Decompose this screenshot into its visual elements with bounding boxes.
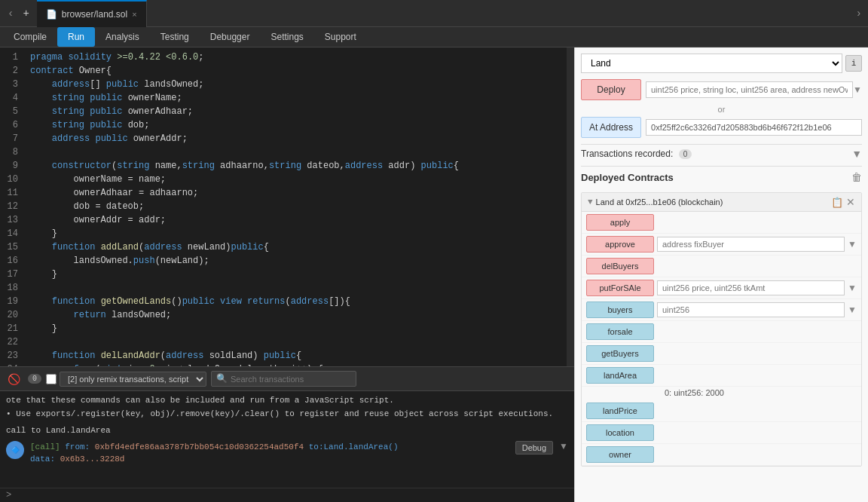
tab-debugger[interactable]: Debugger [200, 27, 261, 47]
code-line [24, 281, 567, 295]
console-checkbox[interactable] [46, 374, 57, 384]
right-panel: Land i Deploy ▼ or At Address Transactio… [574, 47, 868, 502]
main-content: 1234567891011121314151617181920212223242… [0, 47, 868, 502]
code-line: ownerName = name; [24, 173, 567, 186]
back-arrow[interactable]: ‹ [5, 6, 17, 21]
tab-analysis[interactable]: Analysis [95, 27, 150, 47]
console-call-detail: [call] from: 0xbfd4edfe86aa3787b7bb054c1… [30, 441, 509, 465]
buyers-expand-btn[interactable]: ▼ [848, 305, 857, 315]
fn-row-delbuyers: delBuyers [582, 256, 861, 277]
deployed-contracts-header: Deployed Contracts 🗑 [581, 166, 862, 188]
console-search-input[interactable] [231, 375, 351, 384]
console-toolbar: 🚫 0 [2] only remix transactions, script … [0, 367, 574, 391]
console-search-box: 🔍 [211, 371, 356, 387]
code-line: string public ownerName; [24, 91, 567, 105]
fn-row-forsale: forsale [582, 321, 861, 343]
fn-row-landarea: landArea [582, 365, 861, 387]
tab-support[interactable]: Support [314, 27, 367, 47]
deployed-trash-btn[interactable]: 🗑 [851, 171, 862, 183]
transactions-badge: 0 [679, 149, 692, 159]
fn-row-landprice: landPrice [582, 400, 861, 422]
code-line: constructor(string name,string adhaarno,… [24, 159, 567, 173]
code-line: string public dob; [24, 118, 567, 132]
owner-button[interactable]: owner [586, 446, 654, 463]
tab-testing[interactable]: Testing [150, 27, 200, 47]
console-clear-btn[interactable]: 🚫 [5, 372, 23, 387]
instance-title: Land at 0xf25...b1e06 (blockchain) [596, 197, 828, 207]
code-line: address[] public landsOwned; [24, 78, 567, 91]
putforsale-button[interactable]: putForSAle [586, 280, 654, 296]
at-address-button[interactable]: At Address [581, 117, 641, 138]
console-badge: 0 [28, 374, 41, 384]
code-line: pragma solidity >=0.4.22 <0.6.0; [24, 51, 567, 64]
console-prompt-input[interactable] [14, 491, 568, 500]
search-icon: 🔍 [216, 373, 228, 384]
code-line: function delLandAddr(address soldLand) p… [24, 349, 567, 363]
deploy-expand-btn[interactable]: ▼ [853, 84, 862, 95]
forward-arrow[interactable]: + [20, 6, 32, 21]
code-area[interactable]: pragma solidity >=0.4.22 <0.6.0;contract… [24, 47, 567, 366]
console-call-label: call to Land.landArea [6, 424, 568, 436]
transactions-title: Transactions recorded: 0 [581, 148, 692, 159]
code-line: ownerAddr = addr; [24, 213, 567, 227]
contract-instance: ▼ Land at 0xf25...b1e06 (blockchain) 📋 ✕… [581, 192, 862, 467]
landprice-button[interactable]: landPrice [586, 403, 654, 419]
top-nav: ‹ + 📄 browser/land.sol × › [0, 0, 868, 27]
apply-button[interactable]: apply [586, 214, 654, 231]
tab-compile[interactable]: Compile [3, 27, 57, 47]
console-prompt-row: > [0, 488, 574, 502]
at-address-row: At Address [581, 117, 862, 138]
instance-close-btn[interactable]: ✕ [846, 196, 855, 208]
editor-scrollbar[interactable] [567, 47, 574, 366]
approve-expand-btn[interactable]: ▼ [848, 239, 857, 249]
deploy-button[interactable]: Deploy [581, 79, 641, 100]
info-button[interactable]: i [845, 55, 862, 72]
fn-row-apply: apply [582, 212, 861, 234]
forsale-button[interactable]: forsale [586, 323, 654, 340]
debug-button[interactable]: Debug [515, 441, 553, 455]
nav-right-arrow[interactable]: › [856, 8, 862, 20]
approve-input[interactable] [657, 237, 845, 252]
call-from-addr: 0xbfd4edfe86aa3787b7bb054c10d0362254ad50… [95, 442, 304, 451]
deploy-row: Deploy ▼ [581, 79, 862, 100]
buyers-button[interactable]: buyers [586, 302, 654, 318]
tab-settings[interactable]: Settings [260, 27, 313, 47]
console-prompt-char: > [6, 490, 11, 500]
getbuyers-button[interactable]: getBuyers [586, 345, 654, 362]
nav-arrows: ‹ + [0, 6, 37, 21]
call-expand-btn[interactable]: ▼ [559, 441, 568, 451]
editor-tab[interactable]: 📄 browser/land.sol × [37, 0, 147, 27]
transactions-expand-btn[interactable]: ▼ [851, 148, 862, 160]
fn-row-approve: approve ▼ [582, 234, 861, 256]
tab-run[interactable]: Run [57, 27, 95, 47]
instance-copy-btn[interactable]: 📋 [831, 197, 843, 208]
code-line: function getOwnedLands()public view retu… [24, 295, 567, 308]
editor-content: 1234567891011121314151617181920212223242… [0, 47, 574, 366]
deploy-input[interactable] [646, 81, 853, 98]
console-filter-select[interactable]: [2] only remix transactions, script [60, 372, 206, 387]
instance-chevron-icon[interactable]: ▼ [588, 197, 593, 207]
fn-row-owner: owner [582, 444, 861, 466]
approve-button[interactable]: approve [586, 236, 654, 253]
console-call-row: 🔷 [call] from: 0xbfd4edfe86aa3787b7bb054… [6, 438, 568, 468]
call-from-label: from: [65, 442, 90, 451]
code-line: } [24, 227, 567, 240]
menu-tabs-bar: Compile Run Analysis Testing Debugger Se… [0, 27, 868, 47]
putforsale-expand-btn[interactable]: ▼ [848, 283, 857, 293]
landarea-result: 0: uint256: 2000 [582, 387, 861, 400]
at-address-input[interactable] [646, 119, 862, 136]
delbuyers-button[interactable]: delBuyers [586, 258, 654, 274]
code-line: } [24, 268, 567, 281]
console-panel: 🚫 0 [2] only remix transactions, script … [0, 366, 574, 502]
code-line: ownerAdhaar = adhaarno; [24, 186, 567, 200]
buyers-input[interactable] [657, 302, 845, 317]
putforsale-input[interactable] [657, 280, 845, 295]
code-line [24, 335, 567, 349]
landarea-button[interactable]: landArea [586, 367, 654, 384]
rp-content: Land i Deploy ▼ or At Address Transactio… [575, 47, 868, 502]
code-line: } [24, 322, 567, 335]
location-button[interactable]: location [586, 424, 654, 441]
tab-close-btn[interactable]: × [132, 10, 136, 19]
contract-select-dropdown[interactable]: Land [581, 54, 842, 73]
nav-right: › [850, 8, 868, 20]
